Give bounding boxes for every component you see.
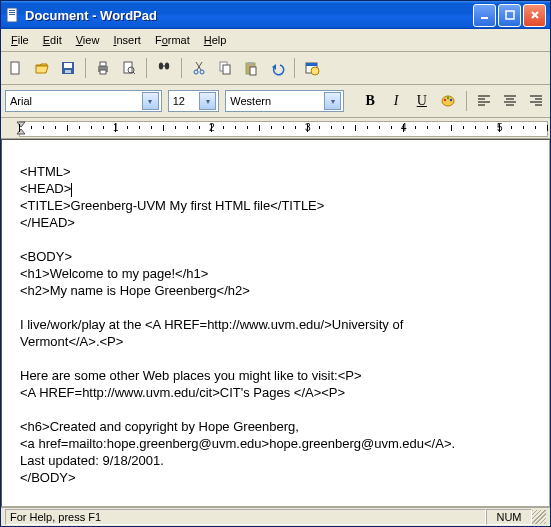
doc-line: <HEAD> xyxy=(20,181,71,196)
paste-button[interactable] xyxy=(240,57,262,79)
svg-rect-1 xyxy=(9,10,15,11)
svg-point-37 xyxy=(449,99,451,101)
toolbar xyxy=(1,52,550,85)
svg-point-24 xyxy=(200,70,204,74)
menu-view[interactable]: View xyxy=(70,33,106,47)
svg-point-19 xyxy=(159,63,163,70)
save-button[interactable] xyxy=(57,57,79,79)
underline-button[interactable]: U xyxy=(412,91,432,111)
format-bar: Arial ▾ 12 ▾ Western ▾ B I U xyxy=(1,85,550,118)
cut-button[interactable] xyxy=(188,57,210,79)
separator xyxy=(294,58,295,78)
statusbar: For Help, press F1 NUM xyxy=(1,507,550,526)
font-size-combo[interactable]: 12 ▾ xyxy=(168,90,220,112)
doc-line: <HTML> xyxy=(20,164,71,179)
menu-insert[interactable]: Insert xyxy=(107,33,147,47)
window-title: Document - WordPad xyxy=(25,8,473,23)
svg-point-23 xyxy=(194,70,198,74)
svg-line-21 xyxy=(196,62,201,70)
svg-rect-14 xyxy=(100,62,106,66)
separator xyxy=(146,58,147,78)
open-button[interactable] xyxy=(31,57,53,79)
doc-line: <h1>Welcome to my page!</h1> xyxy=(20,266,208,281)
separator xyxy=(466,91,467,111)
svg-point-20 xyxy=(165,63,169,70)
undo-button[interactable] xyxy=(266,57,288,79)
chevron-down-icon[interactable]: ▾ xyxy=(142,92,159,110)
charset-value: Western xyxy=(230,95,271,107)
wordpad-window: Document - WordPad File Edit View Insert… xyxy=(0,0,551,527)
menu-edit[interactable]: Edit xyxy=(37,33,68,47)
doc-line: <h2>My name is Hope Greenberg</h2> xyxy=(20,283,250,298)
minimize-button[interactable] xyxy=(473,4,496,27)
svg-line-18 xyxy=(133,72,135,74)
svg-line-22 xyxy=(197,62,202,70)
svg-rect-32 xyxy=(306,63,317,66)
align-center-button[interactable] xyxy=(500,91,520,111)
font-size-value: 12 xyxy=(173,95,185,107)
doc-line: <TITLE>Greenberg-UVM My first HTML file<… xyxy=(20,198,324,213)
copy-button[interactable] xyxy=(214,57,236,79)
doc-line: <BODY> xyxy=(20,249,72,264)
datetime-button[interactable] xyxy=(301,57,323,79)
svg-rect-12 xyxy=(65,70,71,73)
separator xyxy=(181,58,182,78)
italic-button[interactable]: I xyxy=(386,91,406,111)
menubar: File Edit View Insert Format Help xyxy=(1,29,550,52)
font-name-combo[interactable]: Arial ▾ xyxy=(5,90,162,112)
svg-rect-3 xyxy=(9,14,15,15)
doc-line: </HEAD> xyxy=(20,215,75,230)
doc-line: </BODY> xyxy=(20,470,76,485)
charset-combo[interactable]: Western ▾ xyxy=(225,90,344,112)
doc-line: <A HREF=http://www.uvm.edu/cit>CIT's Pag… xyxy=(20,385,345,400)
print-button[interactable] xyxy=(92,57,114,79)
text-caret xyxy=(71,183,72,197)
separator xyxy=(85,58,86,78)
close-button[interactable] xyxy=(523,4,546,27)
svg-rect-29 xyxy=(250,67,256,75)
resize-grip[interactable] xyxy=(532,510,546,524)
menu-format[interactable]: Format xyxy=(149,33,196,47)
status-num: NUM xyxy=(486,509,532,525)
bold-button[interactable]: B xyxy=(360,91,380,111)
svg-rect-11 xyxy=(64,63,72,68)
doc-line: <h6>Created and copyright by Hope Greenb… xyxy=(20,419,299,434)
ruler[interactable]: 1 2 3 4 5 xyxy=(1,118,550,139)
svg-point-35 xyxy=(443,99,445,101)
menu-file[interactable]: File xyxy=(5,33,35,47)
print-preview-button[interactable] xyxy=(118,57,140,79)
find-button[interactable] xyxy=(153,57,175,79)
svg-rect-15 xyxy=(100,70,106,74)
new-button[interactable] xyxy=(5,57,27,79)
doc-line: Last updated: 9/18/2001. xyxy=(20,453,164,468)
chevron-down-icon[interactable]: ▾ xyxy=(199,92,216,110)
doc-line: I live/work/play at the <A HREF=http://w… xyxy=(20,317,403,332)
svg-rect-28 xyxy=(248,62,253,65)
maximize-button[interactable] xyxy=(498,4,521,27)
doc-line: Vermont</A>.<P> xyxy=(20,334,123,349)
align-left-button[interactable] xyxy=(475,91,495,111)
svg-point-33 xyxy=(311,67,319,75)
doc-line: Here are some other Web places you might… xyxy=(20,368,362,383)
color-button[interactable] xyxy=(438,91,458,111)
svg-point-36 xyxy=(446,97,448,99)
status-help-text: For Help, press F1 xyxy=(5,509,486,525)
svg-rect-5 xyxy=(506,11,514,19)
titlebar[interactable]: Document - WordPad xyxy=(1,1,550,29)
app-icon xyxy=(5,7,21,23)
doc-line: <a href=mailto:hope.greenberg@uvm.edu>ho… xyxy=(20,436,455,451)
svg-rect-2 xyxy=(9,12,15,13)
menu-help[interactable]: Help xyxy=(198,33,233,47)
align-right-button[interactable] xyxy=(526,91,546,111)
font-name-value: Arial xyxy=(10,95,32,107)
svg-rect-4 xyxy=(481,17,488,19)
chevron-down-icon[interactable]: ▾ xyxy=(324,92,341,110)
editor-area[interactable]: <HTML> <HEAD> <TITLE>Greenberg-UVM My fi… xyxy=(1,139,550,507)
indent-marker-icon[interactable] xyxy=(15,118,27,138)
svg-rect-26 xyxy=(223,65,230,74)
